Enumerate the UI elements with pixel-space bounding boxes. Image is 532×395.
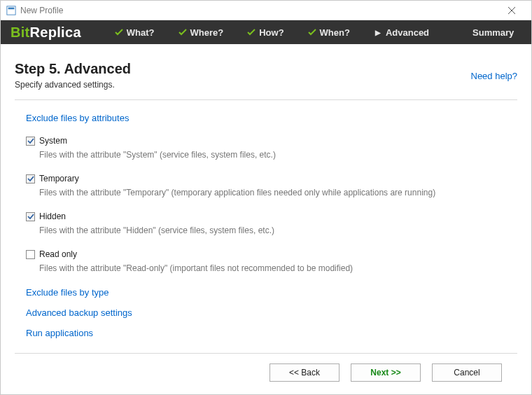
checkbox-temporary[interactable] [26,174,35,183]
checkbox-system[interactable] [26,137,35,146]
brand-part2: Replica [30,25,81,40]
content: Step 5. Advanced Specify advanced settin… [1,44,531,394]
attrib-label: Temporary [39,174,79,183]
attrib-row: Hidden [26,212,506,221]
footer: << Back Next >> Cancel [15,353,517,394]
section-run-applications[interactable]: Run applications [26,328,506,338]
attrib-desc: Files with the attribute "System" (servi… [39,150,506,160]
attrib-desc: Files with the attribute "Temporary" (te… [39,188,506,198]
window-title: New Profile [20,6,63,15]
page-subtitle: Specify advanced settings. [15,80,131,90]
attrib-label: System [39,136,67,146]
next-button[interactable]: Next >> [351,363,421,382]
step-advanced[interactable]: ▶ Advanced [374,27,429,38]
titlebar: New Profile [1,1,531,20]
titlebar-left: New Profile [6,6,63,15]
close-button[interactable] [498,1,526,20]
step-where[interactable]: Where? [178,27,224,38]
step-summary[interactable]: Summary [472,27,514,38]
attrib-row: Read only [26,249,506,259]
brand-logo: BitReplica [10,25,81,41]
window: New Profile BitReplica What? Where? How? [0,0,532,395]
check-icon [247,28,255,36]
check-icon [308,28,316,36]
checkbox-readonly[interactable] [26,250,35,259]
header-row: Step 5. Advanced Specify advanced settin… [15,61,517,90]
section-advanced-backup[interactable]: Advanced backup settings [26,307,506,318]
attrib-readonly: Read only Files with the attribute "Read… [26,249,506,273]
attrib-row: System [26,136,506,146]
step-label: Advanced [386,27,429,38]
attrib-hidden: Hidden Files with the attribute "Hidden"… [26,212,506,235]
step-label: How? [259,27,284,38]
app-icon [6,6,16,15]
attrib-label: Hidden [39,212,66,221]
nav-bar: BitReplica What? Where? How? When? ▶ Adv… [1,20,531,44]
help-link[interactable]: Need help? [471,71,518,81]
header-text: Step 5. Advanced Specify advanced settin… [15,61,131,90]
back-button[interactable]: << Back [270,363,340,382]
check-icon [115,28,123,36]
attrib-row: Temporary [26,174,506,183]
checkbox-hidden[interactable] [26,212,35,221]
step-what[interactable]: What? [115,27,155,38]
step-label: Where? [190,27,224,38]
step-when[interactable]: When? [308,27,350,38]
attrib-label: Read only [39,249,77,259]
section-exclude-type[interactable]: Exclude files by type [26,287,506,298]
attrib-temporary: Temporary Files with the attribute "Temp… [26,174,506,198]
arrow-right-icon: ▶ [374,28,382,36]
brand-part1: Bit [10,25,30,40]
body: Exclude files by attributes System Files… [15,100,517,348]
step-label: Summary [472,27,514,38]
section-exclude-attributes[interactable]: Exclude files by attributes [26,113,506,123]
step-how[interactable]: How? [247,27,284,38]
attrib-desc: Files with the attribute "Hidden" (servi… [39,226,506,235]
titlebar-right [498,1,526,20]
step-label: What? [127,27,155,38]
attrib-system: System Files with the attribute "System"… [26,136,506,160]
svg-rect-1 [8,7,15,9]
page-title: Step 5. Advanced [15,61,131,77]
cancel-button[interactable]: Cancel [432,363,502,382]
step-label: When? [320,27,350,38]
check-icon [178,28,187,36]
attrib-desc: Files with the attribute "Read-only" (im… [39,263,506,273]
wizard-steps: What? Where? How? When? ▶ Advanced Summa… [115,27,514,38]
